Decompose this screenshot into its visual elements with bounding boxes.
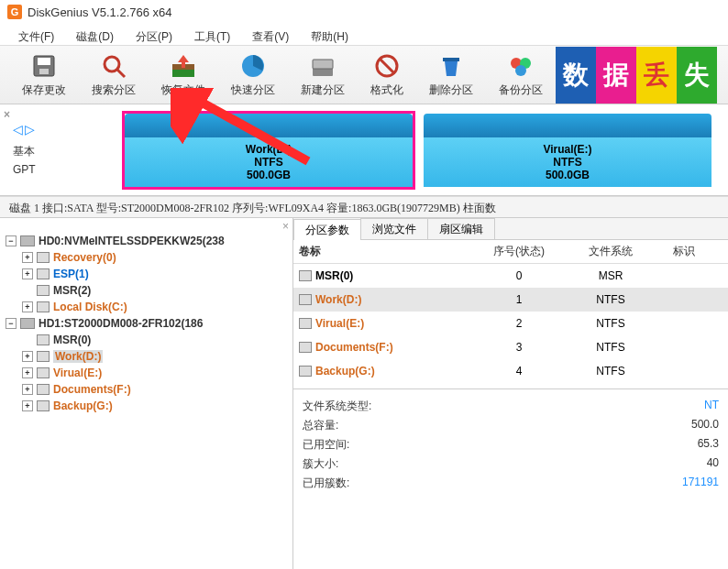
details-panel: 分区参数 浏览文件 扇区编辑 卷标 序号(状态) 文件系统 标识 MSR(0) … bbox=[293, 218, 728, 569]
tree-vol-backup-g[interactable]: +Backup(G:) bbox=[22, 398, 292, 414]
expand-icon[interactable]: + bbox=[22, 400, 33, 411]
logo-char-1: 数 bbox=[556, 47, 596, 104]
logo-char-4: 失 bbox=[677, 47, 717, 104]
tree-vol-recovery[interactable]: +Recovery(0) bbox=[22, 249, 292, 266]
new-partition-button[interactable]: 新建分区 bbox=[288, 46, 358, 104]
new-part-icon bbox=[308, 51, 337, 81]
volume-work-d[interactable]: Work(D:) NTFS 500.0GB bbox=[125, 114, 413, 187]
disk-tree-panel: × − HD0:NVMeINTELSSDPEKKW25(238 +Recover… bbox=[0, 218, 293, 569]
toolbar: 保存更改 搜索分区 恢复文件 快速分区 新建分区 格式化 删除分区 bbox=[0, 46, 728, 104]
recover-icon bbox=[169, 51, 198, 81]
menu-view[interactable]: 查看(V) bbox=[241, 27, 300, 41]
svg-rect-1 bbox=[38, 58, 50, 65]
table-row[interactable]: Work(D:) 1 NTFS bbox=[293, 288, 728, 312]
expand-icon[interactable]: + bbox=[22, 252, 33, 263]
tree-vol-c[interactable]: +Local Disk(C:) bbox=[22, 299, 292, 315]
search-icon bbox=[99, 51, 128, 81]
tree-vol-work-d[interactable]: +Work(D:) bbox=[22, 348, 292, 365]
quick-part-icon bbox=[238, 51, 268, 81]
tree-disk-hd0[interactable]: − HD0:NVMeINTELSSDPEKKW25(238 bbox=[6, 233, 292, 249]
expand-icon[interactable]: + bbox=[22, 301, 33, 312]
expand-icon[interactable]: + bbox=[22, 351, 33, 362]
save-icon bbox=[29, 51, 59, 81]
volume-icon bbox=[37, 252, 50, 263]
close-icon[interactable]: × bbox=[4, 108, 10, 121]
svg-rect-9 bbox=[313, 60, 333, 69]
disk-type-label: ◁ ▷ 基本 GPT bbox=[6, 115, 125, 185]
collapse-icon[interactable]: − bbox=[6, 318, 17, 329]
tab-strip: 分区参数 浏览文件 扇区编辑 bbox=[293, 218, 728, 240]
next-disk-icon[interactable]: ▷ bbox=[25, 122, 35, 137]
format-button[interactable]: 格式化 bbox=[358, 46, 416, 104]
volume-icon bbox=[37, 384, 50, 395]
table-row[interactable]: Virual(E:) 2 NTFS bbox=[293, 312, 728, 335]
logo-char-2: 据 bbox=[596, 47, 636, 104]
window-title: DiskGenius V5.1.2.766 x64 bbox=[28, 5, 172, 19]
save-button[interactable]: 保存更改 bbox=[9, 46, 79, 104]
recover-files-button[interactable]: 恢复文件 bbox=[149, 46, 218, 104]
close-panel-icon[interactable]: × bbox=[282, 220, 289, 233]
volume-icon bbox=[37, 400, 50, 411]
disk-icon bbox=[20, 235, 35, 246]
table-row[interactable]: MSR(0) 0 MSR bbox=[293, 264, 728, 288]
volume-icon bbox=[299, 270, 312, 281]
volume-icon bbox=[299, 294, 312, 305]
volume-icon bbox=[37, 334, 50, 345]
search-partition-button[interactable]: 搜索分区 bbox=[79, 46, 149, 104]
tree-vol-documents-f[interactable]: +Documents(F:) bbox=[22, 381, 292, 398]
delete-part-icon bbox=[436, 51, 466, 81]
volume-icon bbox=[299, 318, 312, 329]
volume-icon bbox=[37, 351, 50, 362]
tab-browse-files[interactable]: 浏览文件 bbox=[360, 218, 428, 239]
main-area: × − HD0:NVMeINTELSSDPEKKW25(238 +Recover… bbox=[0, 218, 728, 569]
svg-point-3 bbox=[105, 57, 119, 71]
quick-partition-button[interactable]: 快速分区 bbox=[218, 46, 288, 104]
partition-table: 卷标 序号(状态) 文件系统 标识 MSR(0) 0 MSR Work(D:) … bbox=[293, 240, 728, 383]
expand-icon[interactable]: + bbox=[22, 367, 33, 378]
disk-status-line: 磁盘 1 接口:SATA 型号:ST2000DM008-2FR102 序列号:W… bbox=[0, 196, 728, 218]
volume-icon bbox=[299, 366, 312, 377]
svg-rect-2 bbox=[39, 69, 49, 74]
menu-help[interactable]: 帮助(H) bbox=[300, 27, 359, 41]
backup-partition-button[interactable]: 备份分区 bbox=[486, 46, 556, 104]
tree-vol-msr[interactable]: MSR(2) bbox=[22, 282, 292, 299]
tab-sector-edit[interactable]: 扇区编辑 bbox=[427, 218, 495, 239]
partition-info: 文件系统类型:NT 总容量:500.0 已用空间:65.3 簇大小:40 已用簇… bbox=[293, 388, 728, 500]
volume-icon bbox=[37, 268, 50, 279]
logo-area: 数 据 丢 失 bbox=[556, 46, 717, 104]
tree-vol-virual-e[interactable]: +Virual(E:) bbox=[22, 365, 292, 381]
volume-icon bbox=[37, 367, 50, 378]
menu-partition[interactable]: 分区(P) bbox=[125, 27, 183, 41]
volume-icon bbox=[37, 285, 50, 296]
title-bar: G DiskGenius V5.1.2.766 x64 bbox=[0, 0, 728, 24]
svg-rect-12 bbox=[443, 58, 459, 61]
svg-line-4 bbox=[117, 70, 125, 77]
table-row[interactable]: Documents(F:) 3 NTFS bbox=[293, 335, 728, 359]
menu-bar: 文件(F) 磁盘(D) 分区(P) 工具(T) 查看(V) 帮助(H) bbox=[0, 24, 728, 46]
tree-vol-msr0[interactable]: MSR(0) bbox=[22, 332, 292, 348]
volume-icon bbox=[299, 342, 312, 353]
menu-file[interactable]: 文件(F) bbox=[7, 27, 65, 41]
logo-char-3: 丢 bbox=[636, 47, 677, 104]
prev-disk-icon[interactable]: ◁ bbox=[13, 122, 23, 137]
volume-icon bbox=[37, 301, 50, 312]
volume-virual-e[interactable]: Virual(E:) NTFS 500.0GB bbox=[424, 114, 711, 187]
table-row[interactable]: Backup(G:) 4 NTFS bbox=[293, 359, 728, 383]
tab-partition-params[interactable]: 分区参数 bbox=[293, 219, 361, 240]
disk-map: × ◁ ▷ 基本 GPT Work(D:) NTFS 500.0GB Virua… bbox=[0, 104, 728, 196]
tree-disk-hd1[interactable]: − HD1:ST2000DM008-2FR102(186 bbox=[6, 315, 292, 332]
tree-vol-esp[interactable]: +ESP(1) bbox=[22, 266, 292, 282]
svg-point-15 bbox=[515, 65, 526, 76]
delete-partition-button[interactable]: 删除分区 bbox=[416, 46, 486, 104]
collapse-icon[interactable]: − bbox=[6, 235, 17, 246]
expand-icon[interactable]: + bbox=[22, 268, 33, 279]
format-icon bbox=[372, 51, 402, 81]
svg-line-11 bbox=[381, 60, 393, 72]
menu-tools[interactable]: 工具(T) bbox=[183, 27, 241, 41]
expand-icon[interactable]: + bbox=[22, 384, 33, 395]
backup-icon bbox=[506, 51, 535, 81]
menu-disk[interactable]: 磁盘(D) bbox=[65, 27, 125, 41]
table-header: 卷标 序号(状态) 文件系统 标识 bbox=[293, 240, 728, 264]
app-icon: G bbox=[7, 5, 22, 19]
disk-icon bbox=[20, 318, 35, 329]
